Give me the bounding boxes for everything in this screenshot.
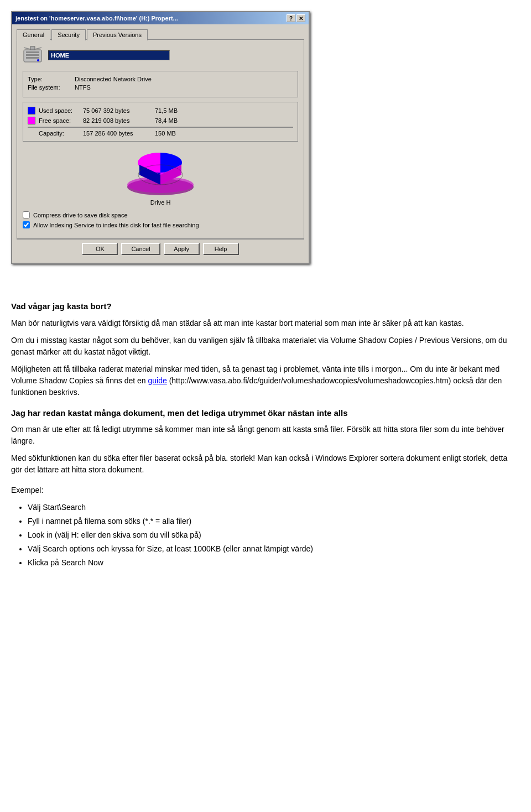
free-mb: 78,4 MB: [155, 117, 188, 124]
tabs-row: General Security Previous Versions: [17, 29, 304, 40]
tab-previous-versions[interactable]: Previous Versions: [87, 29, 148, 40]
checkbox-section: Compress drive to save disk space Allow …: [23, 211, 298, 228]
list-item: Klicka på Search Now: [28, 557, 520, 569]
article-heading2: Jag har redan kastat många dokument, men…: [11, 407, 520, 420]
svg-rect-2: [26, 54, 39, 56]
article-content: Vad vågar jag kasta bort? Man bör naturl…: [0, 280, 531, 591]
compress-label: Compress drive to save disk space: [33, 212, 128, 218]
svg-point-4: [37, 59, 39, 61]
capacity-mb: 150 MB: [155, 130, 188, 137]
pie-chart-area: Drive H: [23, 147, 298, 206]
free-space-row: Free space: 82 219 008 bytes 78,4 MB: [28, 117, 293, 124]
fs-label: File system:: [28, 84, 75, 91]
apply-button[interactable]: Apply: [164, 243, 200, 255]
dialog-title: jenstest on 'homeserver.vasa.abo.fi\home…: [15, 15, 178, 22]
article-heading1: Vad vågar jag kasta bort?: [11, 300, 520, 313]
list-item: Look in (välj H: eller den skiva som du …: [28, 529, 520, 541]
drive-name-input[interactable]: [48, 50, 170, 60]
compress-checkbox[interactable]: [23, 211, 30, 218]
free-label: Free space:: [39, 117, 83, 124]
article-para1: Man bör naturligtvis vara väldigt försik…: [11, 317, 520, 329]
svg-rect-7: [30, 46, 35, 50]
free-color-box: [28, 117, 35, 124]
drive-icon-area: [23, 45, 298, 65]
article-para4: Om man är ute efter att få ledigt utrymm…: [11, 424, 520, 447]
list-item: Fyll i namnet på filerna som söks (*.* =…: [28, 516, 520, 527]
type-row: Type: Disconnected Network Drive: [28, 76, 293, 82]
dialog-content: General Security Previous Versions: [12, 24, 309, 263]
used-space-row: Used space: 75 067 392 bytes 71,5 MB: [28, 107, 293, 114]
properties-dialog: jenstest on 'homeserver.vasa.abo.fi\home…: [11, 11, 310, 264]
help-button[interactable]: ?: [287, 14, 295, 22]
fs-value: NTFS: [75, 84, 91, 91]
capacity-label: Capacity:: [39, 130, 83, 137]
tab-panel-general: Type: Disconnected Network Drive File sy…: [17, 39, 304, 239]
example-label: Exempel:: [11, 485, 520, 496]
tab-security[interactable]: Security: [51, 29, 86, 40]
example-list: Välj Start\Search Fyll i namnet på filer…: [28, 502, 520, 569]
article-para3: Möjligheten att få tillbaka raderat mate…: [11, 363, 520, 398]
capacity-bytes: 157 286 400 bytes: [83, 130, 155, 137]
cancel-button[interactable]: Cancel: [121, 243, 160, 255]
close-button[interactable]: ✕: [296, 14, 305, 22]
free-bytes: 82 219 008 bytes: [83, 117, 155, 124]
drive-label: Drive H: [150, 199, 171, 206]
drive-icon: [23, 45, 43, 65]
capacity-row: Capacity: 157 286 400 bytes 150 MB: [28, 130, 293, 137]
info-section: Type: Disconnected Network Drive File sy…: [23, 71, 298, 97]
index-checkbox[interactable]: [23, 221, 30, 228]
volume-shadow-link[interactable]: guide: [148, 376, 167, 385]
used-label: Used space:: [39, 107, 83, 114]
titlebar-buttons: ? ✕: [287, 14, 305, 22]
help-dialog-button[interactable]: Help: [203, 243, 239, 255]
space-section: Used space: 75 067 392 bytes 71,5 MB Fre…: [23, 102, 298, 142]
article-link-url-text: http://www.vasa.abo.fi/dc/guider/volumes…: [171, 376, 448, 385]
list-item: Välj Start\Search: [28, 502, 520, 513]
used-color-box: [28, 107, 35, 114]
dialog-wrapper: jenstest on 'homeserver.vasa.abo.fi\home…: [0, 0, 531, 280]
type-value: Disconnected Network Drive: [75, 76, 152, 82]
ok-button[interactable]: OK: [82, 243, 118, 255]
pie-chart: [116, 147, 205, 197]
svg-rect-3: [26, 57, 39, 59]
used-mb: 71,5 MB: [155, 107, 188, 114]
tab-general[interactable]: General: [17, 29, 50, 40]
dialog-buttons: OK Cancel Apply Help: [17, 239, 304, 258]
svg-rect-1: [26, 51, 39, 53]
article-para2: Om du i misstag kastar något som du behö…: [11, 335, 520, 358]
compress-row: Compress drive to save disk space: [23, 211, 298, 218]
type-label: Type:: [28, 76, 75, 82]
used-bytes: 75 067 392 bytes: [83, 107, 155, 114]
index-row: Allow Indexing Service to index this dis…: [23, 221, 298, 228]
list-item: Välj Search options och kryssa för Size,…: [28, 543, 520, 555]
article-para5: Med sökfunktionen kan du söka efter file…: [11, 452, 520, 476]
dialog-titlebar: jenstest on 'homeserver.vasa.abo.fi\home…: [12, 12, 309, 24]
fs-row: File system: NTFS: [28, 84, 293, 91]
index-label: Allow Indexing Service to index this dis…: [33, 222, 199, 228]
